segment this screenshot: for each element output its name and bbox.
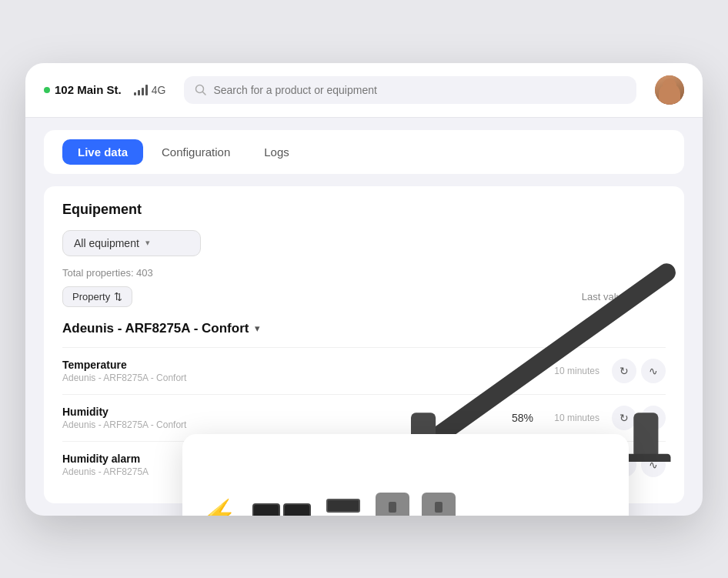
content-panel: Equipement All equipment ▾ Total propert… [44, 186, 684, 503]
equipment-group-title: Adeunis - ARF8275A - Confort [62, 321, 249, 336]
rj45-port-2 [283, 503, 311, 516]
chart-button[interactable]: ∿ [641, 359, 666, 383]
property-name: Temperature [62, 359, 472, 371]
signal-bars [134, 85, 148, 95]
top-bar: 102 Main St. 4G [25, 63, 703, 118]
search-input[interactable] [213, 84, 626, 96]
table-row: Temperature Adeunis - ARF8275A - Confort… [62, 347, 666, 394]
total-properties: Total properties: 403 [62, 267, 666, 279]
signal-indicator: 4G [134, 84, 166, 96]
outlet-2 [422, 493, 456, 516]
row-left: Temperature Adeunis - ARF8275A - Confort [62, 359, 472, 383]
outlet-group [376, 493, 456, 516]
powerstrip-overlay: ⚡ [182, 434, 629, 516]
avatar-image [655, 75, 684, 105]
refresh-button[interactable]: ↻ [612, 359, 636, 383]
last-value-label: Last value [582, 291, 627, 302]
equipment-group-header: Adeunis - ARF8275A - Confort ▾ [62, 321, 666, 336]
property-filter-label: Property [72, 291, 110, 302]
filter-row: Property ⇅ Last value [62, 286, 666, 307]
usb-port-1 [326, 499, 360, 513]
property-filter-chevron: ⇅ [114, 291, 122, 302]
refresh-button[interactable]: ↻ [612, 406, 636, 430]
search-bar[interactable] [184, 76, 636, 104]
property-name: Humidity [62, 406, 472, 418]
equipment-select-wrap: All equipment ▾ [62, 230, 666, 256]
tab-configuration[interactable]: Configuration [146, 139, 245, 165]
location-label: 102 Main St. [55, 83, 122, 96]
property-filter-btn[interactable]: Property ⇅ [62, 286, 132, 307]
section-title: Equipement [62, 202, 666, 218]
outlet-hole [389, 502, 396, 513]
avatar [655, 75, 684, 105]
location-dot [44, 87, 50, 93]
outlet-1 [376, 493, 409, 516]
equipment-select-label: All equipment [74, 237, 139, 249]
row-left: Humidity Adeunis - ARF8275A - Confort [62, 406, 472, 430]
chart-button[interactable]: ∿ [641, 453, 666, 477]
usb-ports [326, 499, 360, 516]
property-time: 10 minutes [546, 366, 599, 376]
main-content: Live data Configuration Logs Equipement … [25, 130, 703, 503]
equipment-select[interactable]: All equipment ▾ [62, 230, 201, 256]
tab-logs[interactable]: Logs [249, 139, 305, 165]
search-icon [195, 84, 207, 96]
property-value: 58% [472, 412, 533, 424]
device-name: Adeunis - ARF8275A - Confort [62, 419, 472, 430]
rj45-ports [252, 503, 311, 516]
chart-button[interactable]: ∿ [641, 406, 666, 430]
row-actions: ↻ ∿ [612, 406, 666, 430]
device-name: Adeunis - ARF8275A - Confort [62, 373, 472, 383]
outlet-hole [435, 502, 442, 513]
chevron-down-icon: ▾ [145, 238, 150, 248]
svg-line-1 [203, 92, 206, 95]
location-badge: 102 Main St. [44, 83, 122, 96]
group-chevron-icon[interactable]: ▾ [255, 322, 260, 334]
tabs-bar: Live data Configuration Logs [44, 130, 684, 174]
row-actions: ↻ ∿ [612, 359, 666, 383]
app-container: 102 Main St. 4G Live data Configu [25, 63, 703, 516]
tab-live-data[interactable]: Live data [62, 139, 143, 165]
property-time: 10 minutes [546, 413, 599, 423]
rj45-port-1 [252, 503, 280, 516]
signal-type: 4G [152, 84, 166, 96]
lightning-icon: ⚡ [201, 498, 237, 516]
